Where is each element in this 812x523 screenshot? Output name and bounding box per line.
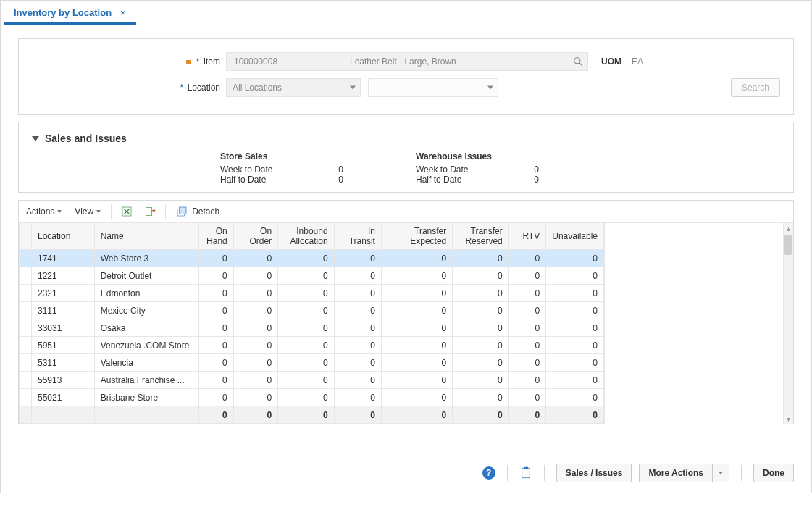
cell-transfer-reserved: 0	[453, 354, 509, 372]
modified-indicator-icon	[186, 60, 191, 64]
col-on-hand[interactable]: On Hand	[198, 223, 233, 250]
col-in-transit[interactable]: In Transit	[334, 223, 381, 250]
col-unavailable[interactable]: Unavailable	[546, 223, 604, 250]
cell-inbound: 0	[278, 267, 335, 285]
more-actions-dropdown[interactable]	[713, 464, 729, 482]
uom-label: UOM	[601, 57, 621, 67]
view-menu[interactable]: View	[72, 204, 104, 219]
wh-htd-value: 0	[534, 175, 539, 185]
export-icon[interactable]	[142, 204, 158, 219]
uom-value: EA	[632, 57, 643, 67]
cell-unavailable: 0	[546, 302, 604, 319]
cell-location: 1221	[32, 267, 95, 285]
location-label: * Location	[32, 83, 226, 93]
table-row[interactable]: 3111Mexico City00000000	[20, 302, 604, 319]
location-type-select[interactable]: All Locations	[226, 78, 361, 97]
chevron-down-icon	[487, 86, 493, 90]
cell-name: Brisbane Store	[94, 389, 198, 406]
col-on-order[interactable]: On Order	[233, 223, 277, 250]
row-selector[interactable]	[20, 337, 32, 354]
actions-menu[interactable]: Actions	[23, 204, 64, 219]
wh-wtd-value: 0	[534, 164, 539, 175]
item-input[interactable]	[233, 56, 305, 67]
vertical-scrollbar[interactable]: ▴ ▾	[783, 223, 793, 424]
separator	[507, 465, 508, 481]
footer-bar: ? Sales / Issues More Actions Done	[1, 453, 811, 493]
row-selector[interactable]	[20, 372, 32, 389]
cell-transfer-reserved: 0	[453, 302, 509, 319]
wh-htd-label: Half to Date	[416, 175, 461, 185]
svg-rect-3	[146, 208, 152, 216]
cell-on-order: 0	[233, 250, 277, 267]
cell-transfer-expected: 0	[381, 285, 452, 302]
sales-issues-toggle[interactable]: Sales and Issues	[32, 133, 780, 144]
sales-issues-title: Sales and Issues	[45, 133, 127, 144]
col-transfer-res[interactable]: Transfer Reserved	[453, 223, 509, 250]
done-button[interactable]: Done	[753, 464, 794, 482]
row-selector[interactable]	[20, 354, 32, 372]
cell-on-hand: 0	[198, 389, 233, 406]
export-excel-icon[interactable]	[119, 204, 135, 219]
table-row[interactable]: 5951Venezuela .COM Store00000000	[20, 337, 604, 354]
table-toolbar: Actions View Detach	[19, 201, 793, 223]
cell-name: Osaka	[94, 319, 198, 337]
store-htd-label: Half to Date	[220, 175, 266, 185]
cell-transfer-reserved: 0	[453, 267, 509, 285]
location-value-select[interactable]	[368, 78, 498, 97]
wh-wtd-label: Week to Date	[416, 164, 468, 175]
cell-in-transit: 0	[334, 354, 381, 372]
cell-inbound: 0	[278, 389, 335, 406]
search-icon[interactable]	[573, 57, 583, 67]
cell-on-order: 0	[233, 389, 277, 406]
cell-rtv: 0	[508, 285, 545, 302]
table-row[interactable]: 1221Detroit Outlet00000000	[20, 267, 604, 285]
more-actions-button[interactable]: More Actions	[639, 464, 713, 482]
cell-rtv: 0	[508, 389, 545, 406]
col-location[interactable]: Location	[32, 223, 95, 250]
tab-inventory-by-location[interactable]: Inventory by Location ×	[4, 1, 136, 25]
cell-on-hand: 0	[198, 250, 233, 267]
row-selector[interactable]	[20, 389, 32, 406]
row-selector[interactable]	[20, 267, 32, 285]
location-type-value: All Locations	[233, 83, 282, 93]
store-htd-value: 0	[338, 175, 343, 185]
col-inbound-alloc[interactable]: Inbound Allocation	[278, 223, 335, 250]
detach-button[interactable]: Detach	[173, 204, 222, 219]
scroll-up-icon[interactable]: ▴	[784, 223, 793, 233]
col-name[interactable]: Name	[94, 223, 198, 250]
cell-inbound: 0	[278, 354, 335, 372]
svg-rect-5	[180, 207, 186, 214]
cell-transfer-expected: 0	[381, 250, 452, 267]
search-button[interactable]: Search	[731, 78, 780, 97]
detach-icon	[176, 206, 188, 217]
required-marker: *	[180, 83, 184, 93]
cell-unavailable: 0	[546, 372, 604, 389]
table-row[interactable]: 55913Australia Franchise ...00000000	[20, 372, 604, 389]
table-row[interactable]: 5311Valencia00000000	[20, 354, 604, 372]
cell-unavailable: 0	[546, 250, 604, 267]
cell-transfer-reserved: 0	[453, 285, 509, 302]
row-selector[interactable]	[20, 250, 32, 267]
notes-icon[interactable]	[519, 466, 532, 480]
cell-on-order: 0	[233, 319, 277, 337]
cell-on-order: 0	[233, 337, 277, 354]
table-row[interactable]: 55021Brisbane Store00000000	[20, 389, 604, 406]
row-selector[interactable]	[20, 302, 32, 319]
row-selector[interactable]	[20, 285, 32, 302]
help-icon[interactable]: ?	[482, 466, 495, 480]
col-rtv[interactable]: RTV	[508, 223, 545, 250]
scroll-thumb[interactable]	[784, 235, 792, 255]
close-icon[interactable]: ×	[120, 7, 126, 18]
table-row[interactable]: 33031Osaka00000000	[20, 319, 604, 337]
table-row[interactable]: 2321Edmonton00000000	[20, 285, 604, 302]
cell-on-order: 0	[233, 354, 277, 372]
scroll-down-icon[interactable]: ▾	[784, 414, 793, 424]
cell-inbound: 0	[278, 302, 335, 319]
col-transfer-exp[interactable]: Transfer Expected	[381, 223, 452, 250]
cell-rtv: 0	[508, 354, 545, 372]
row-selector[interactable]	[20, 319, 32, 337]
store-wtd-label: Week to Date	[220, 164, 272, 175]
table-row[interactable]: 1741Web Store 300000000	[20, 250, 604, 267]
sales-issues-button[interactable]: Sales / Issues	[556, 464, 632, 482]
cell-in-transit: 0	[334, 372, 381, 389]
